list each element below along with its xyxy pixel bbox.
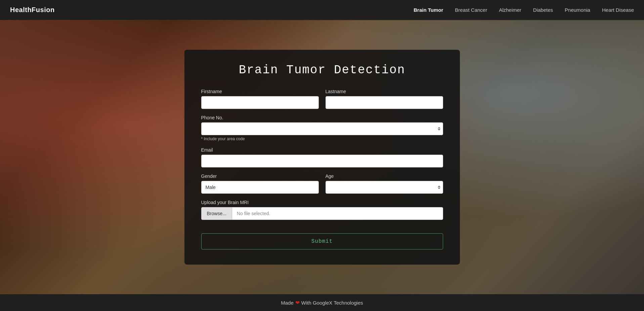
- upload-row: Upload your Brain MRI Browse... No file …: [201, 200, 443, 220]
- age-group: Age: [326, 173, 443, 194]
- nav-link-breast-cancer[interactable]: Breast Cancer: [455, 7, 487, 13]
- nav-item-breast-cancer[interactable]: Breast Cancer: [455, 7, 487, 13]
- gender-label: Gender: [201, 173, 319, 179]
- footer-heart-icon: ❤: [295, 300, 300, 306]
- phone-number-wrapper: [201, 122, 443, 135]
- file-upload-wrapper[interactable]: Browse... No file selected.: [201, 207, 443, 220]
- nav-item-diabetes[interactable]: Diabetes: [533, 7, 553, 13]
- brand-logo: HealthFusion: [10, 6, 55, 14]
- firstname-label: Firstname: [201, 89, 319, 94]
- upload-label: Upload your Brain MRI: [201, 200, 443, 205]
- phone-row: Phone No. * Include your area code: [201, 115, 443, 141]
- phone-input[interactable]: [201, 122, 443, 135]
- nav-link-diabetes[interactable]: Diabetes: [533, 7, 553, 13]
- submit-button[interactable]: Submit: [201, 233, 443, 249]
- gender-select[interactable]: Male Female Other: [201, 181, 319, 194]
- browse-button[interactable]: Browse...: [202, 207, 232, 220]
- lastname-label: Lastname: [326, 89, 443, 94]
- file-name-display: No file selected.: [232, 207, 443, 220]
- age-number-wrapper: [326, 181, 443, 194]
- navbar: HealthFusion Brain Tumor Breast Cancer A…: [0, 0, 644, 20]
- lastname-group: Lastname: [326, 89, 443, 109]
- email-label: Email: [201, 147, 443, 153]
- phone-label: Phone No.: [201, 115, 443, 120]
- main-content: Brain Tumor Detection Firstname Lastname…: [0, 20, 644, 294]
- nav-item-pneumonia[interactable]: Pneumonia: [565, 7, 590, 13]
- nav-link-brain-tumor[interactable]: Brain Tumor: [414, 7, 443, 13]
- nav-item-alzheimer[interactable]: Alzheimer: [499, 7, 521, 13]
- nav-menu: Brain Tumor Breast Cancer Alzheimer Diab…: [414, 7, 634, 13]
- lastname-input[interactable]: [326, 96, 443, 109]
- gender-select-wrapper: Male Female Other: [201, 181, 319, 194]
- phone-group: Phone No. * Include your area code: [201, 115, 443, 141]
- email-group: Email: [201, 147, 443, 167]
- email-input[interactable]: [201, 155, 443, 167]
- age-label: Age: [326, 173, 443, 179]
- firstname-group: Firstname: [201, 89, 319, 109]
- footer-text-before: Made: [281, 300, 294, 306]
- gender-group: Gender Male Female Other: [201, 173, 319, 194]
- firstname-input[interactable]: [201, 96, 319, 109]
- upload-group: Upload your Brain MRI Browse... No file …: [201, 200, 443, 220]
- nav-link-alzheimer[interactable]: Alzheimer: [499, 7, 521, 13]
- nav-link-pneumonia[interactable]: Pneumonia: [565, 7, 590, 13]
- detection-form-card: Brain Tumor Detection Firstname Lastname…: [184, 50, 460, 265]
- phone-hint: * Include your area code: [201, 137, 443, 141]
- email-row: Email: [201, 147, 443, 167]
- footer: Made ❤ With GoogleX Technologies: [0, 294, 644, 311]
- name-row: Firstname Lastname: [201, 89, 443, 109]
- form-title: Brain Tumor Detection: [201, 63, 443, 77]
- nav-item-heart-disease[interactable]: Heart Disease: [602, 7, 634, 13]
- nav-item-brain-tumor[interactable]: Brain Tumor: [414, 7, 443, 13]
- footer-text-after: With GoogleX Technologies: [301, 300, 363, 306]
- age-input[interactable]: [326, 181, 443, 194]
- nav-link-heart-disease[interactable]: Heart Disease: [602, 7, 634, 13]
- gender-age-row: Gender Male Female Other Age: [201, 173, 443, 194]
